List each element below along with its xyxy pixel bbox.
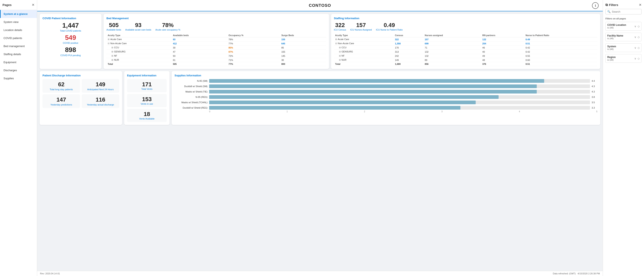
sidebar-item-equipment[interactable]: Equipment — [0, 58, 37, 66]
filter-facility-sub: is (All) — [607, 37, 623, 40]
sidebar-close-button[interactable]: ✕ — [32, 3, 34, 7]
filter-covid-sub: is (All) — [607, 27, 626, 29]
table-row: ⊞NUR 149 89 48 0.60 — [334, 58, 598, 62]
sidebar-title: Pages — [2, 3, 12, 7]
supply-bar-label: Masks w/ Shield (TCHNL) — [174, 101, 208, 104]
bed-total-row: Total 505 77% 800 — [106, 62, 326, 66]
icu-census-stat: 322 ICU Census — [334, 22, 346, 31]
sidebar-item-system-glance[interactable]: System at a glance — [0, 10, 37, 18]
supply-bar-row: Duckbill w/ Shield (REG) 3.3 — [174, 106, 598, 110]
next-24-stat: 149 Anticipated Next 24 Hours — [82, 79, 119, 93]
filter-system-header[interactable]: System is (All) ∨ ◇ — [607, 45, 640, 50]
sidebar-item-system-view[interactable]: System view — [0, 18, 37, 26]
table-row: ⊞NUR 61 71% 30 — [106, 58, 326, 62]
icu-ratio-stat: 0.49 ICU Nurse to Patient Ratio — [376, 22, 403, 31]
vents-available-lbl: Vents Available — [129, 117, 165, 120]
supply-bar-row: Masks w/ Shield (TCHNL) 3.5 — [174, 101, 598, 104]
available-acute-lbl: Available acute care beds — [125, 29, 151, 31]
supply-bar-row: N-95 (SM) 4.4 — [174, 79, 598, 83]
filters-title: ⧉ Filters — [606, 3, 618, 7]
bed-management-card: Bed Management 505 Available beds 93 Ava… — [104, 14, 329, 69]
covid-patient-card: COVID Patient Information 1,447 Total CO… — [40, 14, 102, 69]
sidebar-item-covid-patients[interactable]: COVID patients — [0, 34, 37, 42]
supply-bar-label: Masks w/ Shield (TIE) — [174, 90, 208, 93]
search-icon: 🔍 — [607, 10, 610, 13]
expand-icon[interactable]: ⊞ — [335, 38, 337, 41]
yesterday-actual-lbl: Yesterday actual discharge — [83, 103, 118, 106]
clear-icon[interactable]: ◇ — [638, 57, 640, 60]
yesterday-pred-stat: 147 Yesterday predictions — [42, 94, 80, 108]
filter-system-label: System — [607, 45, 616, 48]
total-vents-num: 171 — [129, 81, 165, 88]
chevron-down-icon[interactable]: ∨ — [634, 25, 636, 28]
chevron-down-icon[interactable]: ∨ — [634, 57, 636, 60]
table-row: ⊞GENSURG 313 132 40 0.42 — [334, 50, 598, 54]
long-stay-num: 62 — [44, 81, 78, 88]
icu-ratio-lbl: ICU Nurse to Patient Ratio — [376, 29, 403, 31]
covid-card-title: COVID Patient Information — [42, 17, 98, 20]
bed-col-surge: Surge Beds — [280, 34, 326, 37]
chevron-down-icon[interactable]: ∨ — [634, 36, 636, 39]
search-box[interactable]: 🔍 — [606, 9, 642, 15]
filter-region-icons: ∨ ◇ — [634, 57, 640, 60]
staff-top-stats: 322 ICU Census 157 ICU Nurses Assigned 0… — [334, 22, 598, 31]
icu-nurses-stat: 157 ICU Nurses Assigned — [350, 22, 372, 31]
expand-icon[interactable]: ⊞ — [339, 55, 341, 57]
expand-icon[interactable]: ⊟ — [108, 42, 110, 45]
equip-card-title: Equipment Information — [127, 74, 167, 77]
expand-icon[interactable]: ⊞ — [339, 50, 341, 53]
next-24-lbl: Anticipated Next 24 Hours — [83, 88, 118, 91]
filter-covid-header[interactable]: COVID Location is (All) ∨ ◇ — [607, 24, 640, 29]
staffing-card: Staffing Information 322 ICU Census 157 … — [331, 14, 600, 69]
dashboard-row-2: Patient Discharge Information 62 Total l… — [40, 71, 600, 125]
expand-icon[interactable]: ⊞ — [339, 59, 341, 61]
sidebar-item-supplies[interactable]: Supplies — [0, 74, 37, 82]
filter-region-label: Region — [607, 56, 616, 59]
expand-icon[interactable]: ⊟ — [335, 42, 337, 45]
clear-icon[interactable]: ◇ — [638, 36, 640, 39]
expand-icon[interactable]: ⊞ — [339, 46, 341, 49]
clear-icon[interactable]: ◇ — [638, 25, 640, 28]
table-row: ⊟Non-Acute Care 1,358 699 254 0.51 — [334, 42, 598, 46]
available-acute-stat: 93 Available acute care beds — [125, 22, 151, 31]
expand-icon[interactable]: ⊞ — [112, 46, 113, 49]
filter-system[interactable]: System is (All) ∨ ◇ — [606, 43, 642, 52]
search-input[interactable] — [612, 10, 640, 13]
expand-icon[interactable]: ⊞ — [108, 38, 110, 41]
expand-icon[interactable]: ⊞ — [112, 55, 113, 57]
staff-table-container[interactable]: Acuity Type Census Nurses assigned RN pa… — [334, 34, 598, 66]
sidebar-item-staffing-details[interactable]: Staffing details — [0, 50, 37, 58]
filter-system-sub: is (All) — [607, 48, 616, 50]
table-row: ⊞Acute Care 93 78% 155 — [106, 37, 326, 42]
filter-region-sub: is (All) — [607, 59, 616, 61]
table-row: ⊞NF 242 132 49 0.55 — [334, 54, 598, 58]
staff-col-nurses: Nurses assigned — [424, 34, 481, 37]
dashboard-row-1: COVID Patient Information 1,447 Total CO… — [40, 14, 600, 69]
filters-close-button[interactable]: ✕ — [639, 3, 642, 7]
clear-icon[interactable]: ◇ — [638, 46, 640, 49]
yesterday-pred-lbl: Yesterday predictions — [44, 103, 78, 106]
supply-bar-label: Duckbill w/ Shield (REG) — [174, 107, 208, 109]
bed-table-container[interactable]: Acuity Type Available beds Occupancy % S… — [106, 34, 326, 66]
sidebar-item-discharges[interactable]: Discharges — [0, 66, 37, 74]
supply-bar-value: 4.3 — [592, 85, 598, 88]
icu-census-num: 322 — [334, 22, 346, 29]
footer-refresh: Data refreshed: (GMT) 4/15/2020 2:26:38 … — [553, 272, 600, 275]
equipment-card: Equipment Information 171 Total Vents 15… — [124, 71, 170, 125]
filter-region-header[interactable]: Region is (All) ∨ ◇ — [607, 56, 640, 61]
filter-covid-location[interactable]: COVID Location is (All) ∨ ◇ — [606, 22, 642, 31]
bed-col-type: Acuity Type — [106, 34, 172, 37]
yesterday-actual-stat: 116 Yesterday actual discharge — [82, 94, 119, 108]
sidebar-item-bed-management[interactable]: Bed management — [0, 42, 37, 50]
supply-bar-fill — [209, 106, 460, 110]
info-button[interactable]: ℹ — [592, 2, 598, 9]
app-title: CONTOSO — [309, 3, 331, 8]
filter-region[interactable]: Region is (All) ∨ ◇ — [606, 54, 642, 63]
filter-facility-name[interactable]: Facility Name is (All) ∨ ◇ — [606, 33, 642, 41]
expand-icon[interactable]: ⊞ — [112, 59, 113, 61]
filter-facility-header[interactable]: Facility Name is (All) ∨ ◇ — [607, 34, 640, 40]
chevron-down-icon[interactable]: ∨ — [634, 46, 636, 49]
table-row: ⊞NF 93 72% 145 — [106, 54, 326, 58]
sidebar-item-location-details[interactable]: Location details — [0, 26, 37, 34]
expand-icon[interactable]: ⊞ — [112, 50, 113, 53]
